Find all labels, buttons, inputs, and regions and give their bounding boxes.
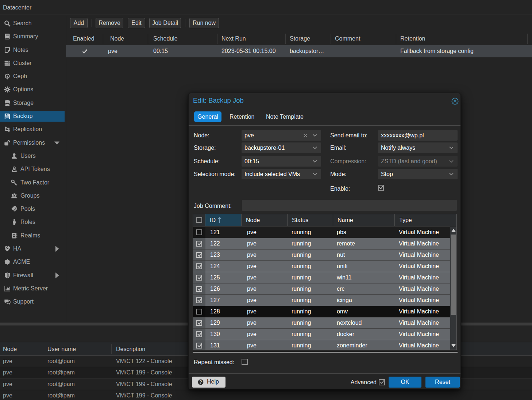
svg-text:?: ? (199, 380, 202, 385)
